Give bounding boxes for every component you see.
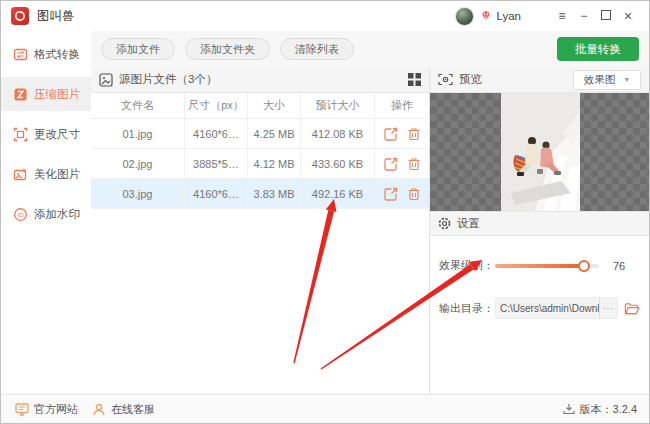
sidebar-item-watermark[interactable]: ID 添加水印 [1, 197, 91, 231]
open-external-icon[interactable] [384, 187, 398, 201]
effect-level-row: 效果级别： 76 [430, 258, 649, 273]
cell-size: 4.12 MB [248, 149, 301, 178]
app-window: 图叫兽 Lyan ≡ − × 格式转换 压缩图片 更改尺寸 [0, 0, 650, 424]
slider-handle[interactable] [578, 260, 590, 272]
online-support-label: 在线客服 [111, 402, 155, 417]
app-title: 图叫兽 [37, 8, 75, 25]
close-button[interactable]: × [617, 1, 639, 31]
beautify-image-icon [13, 167, 28, 182]
toolbar: 添加文件 添加文件夹 清除列表 批量转换 [91, 31, 649, 67]
sidebar-item-compress-image[interactable]: 压缩图片 [1, 77, 91, 111]
file-table: 源图片文件（3个） 文件名 尺寸（px） 大小 预计大小 操作 01.jpg 4… [91, 67, 429, 395]
column-header-estimated-size[interactable]: 预计大小 [301, 93, 375, 118]
column-header-filename[interactable]: 文件名 [91, 93, 185, 118]
preview-title: 预览 [459, 72, 482, 87]
preview-eye-icon [438, 73, 453, 86]
sidebar-item-format-convert[interactable]: 格式转换 [1, 37, 91, 71]
grid-view-icon[interactable] [408, 73, 421, 86]
effect-level-slider[interactable] [495, 264, 599, 268]
sidebar-item-resize[interactable]: 更改尺寸 [1, 117, 91, 151]
cell-estimated-size: 433.60 KB [301, 149, 375, 178]
output-dir-input[interactable]: C:\Users\admin\Downloads ··· [495, 297, 618, 319]
settings-title: 设置 [457, 216, 480, 231]
output-dir-label: 输出目录： [439, 301, 495, 316]
official-site-label: 官方网站 [34, 402, 78, 417]
cell-size: 4.25 MB [248, 119, 301, 148]
cell-estimated-size: 412.08 KB [301, 119, 375, 148]
sidebar-item-label: 添加水印 [34, 207, 80, 222]
browse-button[interactable]: ··· [599, 298, 617, 318]
cell-estimated-size: 492.16 KB [301, 179, 375, 208]
menu-icon[interactable]: ≡ [551, 1, 573, 31]
open-external-icon[interactable] [384, 157, 398, 171]
titlebar: 图叫兽 Lyan ≡ − × [1, 1, 649, 32]
cell-actions [375, 149, 429, 178]
column-header-size[interactable]: 大小 [248, 93, 301, 118]
open-folder-icon[interactable] [624, 301, 640, 316]
version-info: 版本：3.2.4 [563, 402, 637, 417]
image-file-icon [99, 73, 113, 87]
maximize-button[interactable] [595, 1, 617, 31]
cell-dimensions: 3885*5… [185, 149, 248, 178]
svg-text:ID: ID [18, 212, 25, 218]
effect-level-value: 76 [613, 260, 625, 272]
table-row-selected[interactable]: 03.jpg 4160*6… 3.83 MB 492.16 KB [91, 179, 429, 209]
username[interactable]: Lyan [496, 10, 521, 22]
statusbar: 官方网站 在线客服 版本：3.2.4 [1, 394, 649, 423]
delete-icon[interactable] [407, 127, 421, 141]
monitor-icon [15, 403, 29, 416]
sidebar-item-label: 美化图片 [34, 167, 80, 182]
column-header-actions[interactable]: 操作 [375, 93, 429, 118]
open-external-icon[interactable] [384, 127, 398, 141]
vip-gem-icon [480, 10, 492, 22]
user-avatar[interactable] [455, 7, 474, 26]
chevron-down-icon: ▼ [623, 76, 630, 83]
add-folder-button[interactable]: 添加文件夹 [185, 38, 270, 60]
delete-icon[interactable] [407, 187, 421, 201]
add-files-button[interactable]: 添加文件 [101, 38, 175, 60]
table-header-row: 文件名 尺寸（px） 大小 预计大小 操作 [91, 93, 429, 119]
table-row[interactable]: 02.jpg 3885*5… 4.12 MB 433.60 KB [91, 149, 429, 179]
table-section-title: 源图片文件（3个） [119, 72, 217, 87]
table-section-header: 源图片文件（3个） [91, 67, 429, 93]
preview-panel: 预览 效果图 ▼ [429, 67, 649, 395]
cell-dimensions: 4160*6… [185, 179, 248, 208]
cell-filename: 03.jpg [91, 179, 185, 208]
version-download-icon [563, 403, 575, 415]
app-logo-icon [11, 7, 29, 25]
batch-convert-button[interactable]: 批量转换 [557, 37, 639, 61]
preview-photo [501, 93, 580, 211]
official-site-link[interactable]: 官方网站 [15, 402, 78, 417]
settings-header: 设置 [430, 211, 649, 236]
slider-fill [495, 264, 584, 268]
preview-header: 预览 效果图 ▼ [430, 67, 649, 93]
delete-icon[interactable] [407, 157, 421, 171]
table-row[interactable]: 01.jpg 4160*6… 4.25 MB 412.08 KB [91, 119, 429, 149]
gear-icon [438, 217, 451, 230]
sidebar-item-beautify[interactable]: 美化图片 [1, 157, 91, 191]
minimize-button[interactable]: − [573, 1, 595, 31]
cell-size: 3.83 MB [248, 179, 301, 208]
preview-mode-dropdown[interactable]: 效果图 ▼ [573, 70, 641, 90]
version-label: 版本：3.2.4 [580, 402, 637, 417]
cell-actions [375, 119, 429, 148]
cell-filename: 01.jpg [91, 119, 185, 148]
cell-dimensions: 4160*6… [185, 119, 248, 148]
preview-image-area [430, 93, 649, 211]
output-dir-row: 输出目录： C:\Users\admin\Downloads ··· [430, 297, 649, 319]
watermark-icon: ID [13, 207, 28, 222]
format-convert-icon [13, 47, 28, 62]
compress-image-icon [13, 87, 28, 102]
sidebar: 格式转换 压缩图片 更改尺寸 美化图片 ID 添加水印 [1, 31, 91, 395]
resize-icon [13, 127, 28, 142]
preview-mode-value: 效果图 [584, 73, 616, 87]
clear-list-button[interactable]: 清除列表 [280, 38, 354, 60]
sidebar-item-label: 压缩图片 [34, 87, 80, 102]
output-dir-value: C:\Users\admin\Downloads [496, 303, 599, 314]
sidebar-item-label: 格式转换 [34, 47, 80, 62]
effect-level-label: 效果级别： [439, 258, 495, 273]
person-icon [92, 403, 106, 416]
column-header-dimensions[interactable]: 尺寸（px） [185, 93, 248, 118]
online-support-link[interactable]: 在线客服 [92, 402, 155, 417]
cell-filename: 02.jpg [91, 149, 185, 178]
